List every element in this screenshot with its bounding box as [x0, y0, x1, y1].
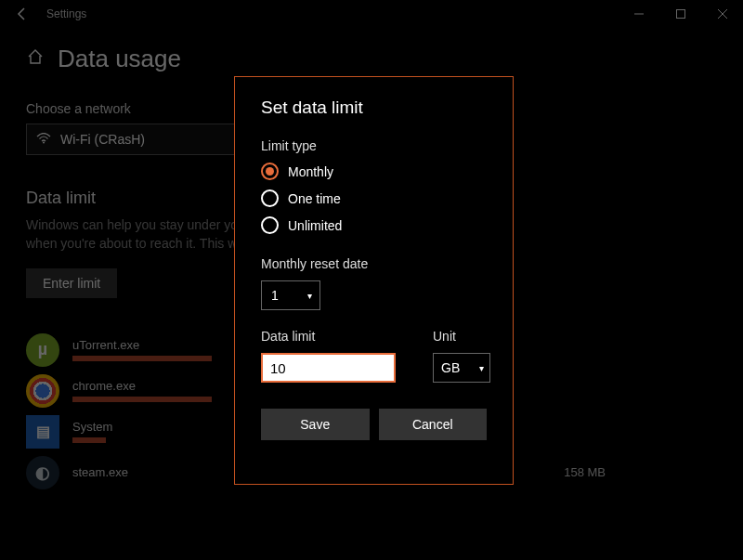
radio-label: One time [288, 191, 341, 206]
reset-date-label: Monthly reset date [261, 256, 487, 271]
radio-icon [261, 189, 279, 207]
unit-label: Unit [433, 329, 490, 344]
cancel-button[interactable]: Cancel [379, 409, 488, 440]
radio-unlimited[interactable]: Unlimited [261, 216, 487, 234]
radio-icon [261, 163, 279, 180]
dialog-title: Set data limit [261, 98, 487, 118]
data-limit-input-wrapper: ✕ [261, 353, 396, 383]
limit-type-radio-group: Monthly One time Unlimited [261, 163, 487, 234]
dialog-buttons: Save Cancel [261, 409, 487, 440]
chevron-down-icon [307, 291, 312, 301]
chevron-down-icon [479, 363, 484, 373]
radio-label: Unlimited [288, 218, 342, 233]
reset-date-select[interactable]: 1 [261, 280, 320, 310]
reset-date-value: 1 [271, 288, 279, 303]
save-button[interactable]: Save [261, 409, 370, 440]
reset-date-section: Monthly reset date 1 [261, 256, 487, 310]
radio-icon [261, 216, 279, 234]
radio-monthly[interactable]: Monthly [261, 163, 487, 180]
set-data-limit-dialog: Set data limit Limit type Monthly One ti… [234, 76, 514, 485]
data-limit-input[interactable] [270, 360, 447, 376]
data-limit-row: Data limit ✕ Unit GB [261, 329, 487, 383]
data-limit-label: Data limit [261, 329, 396, 344]
radio-one-time[interactable]: One time [261, 189, 487, 207]
radio-label: Monthly [288, 164, 333, 179]
unit-value: GB [441, 360, 460, 375]
limit-type-label: Limit type [261, 138, 487, 153]
unit-select[interactable]: GB [433, 353, 490, 383]
